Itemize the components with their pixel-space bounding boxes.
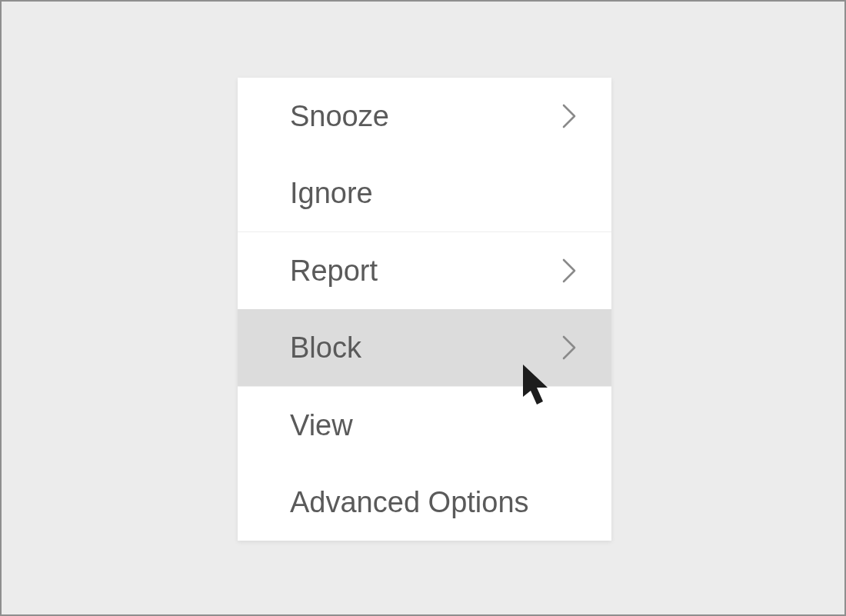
chevron-right-icon	[561, 334, 578, 361]
app-frame: Snooze Ignore Report Block View Ad	[0, 0, 846, 616]
menu-item-advanced-options[interactable]: Advanced Options	[238, 464, 611, 541]
menu-item-label: Advanced Options	[290, 486, 529, 519]
menu-item-label: Snooze	[290, 100, 389, 133]
menu-item-ignore[interactable]: Ignore	[238, 155, 611, 231]
menu-item-view[interactable]: View	[238, 387, 611, 464]
menu-item-label: Ignore	[290, 177, 373, 210]
menu-item-block[interactable]: Block	[238, 309, 611, 386]
menu-item-snooze[interactable]: Snooze	[238, 78, 611, 155]
context-menu: Snooze Ignore Report Block View Ad	[238, 78, 611, 541]
chevron-right-icon	[561, 102, 578, 130]
menu-item-report[interactable]: Report	[238, 232, 611, 309]
chevron-right-icon	[561, 257, 578, 285]
menu-item-label: Report	[290, 255, 378, 288]
menu-item-label: View	[290, 409, 353, 442]
menu-item-label: Block	[290, 331, 361, 365]
